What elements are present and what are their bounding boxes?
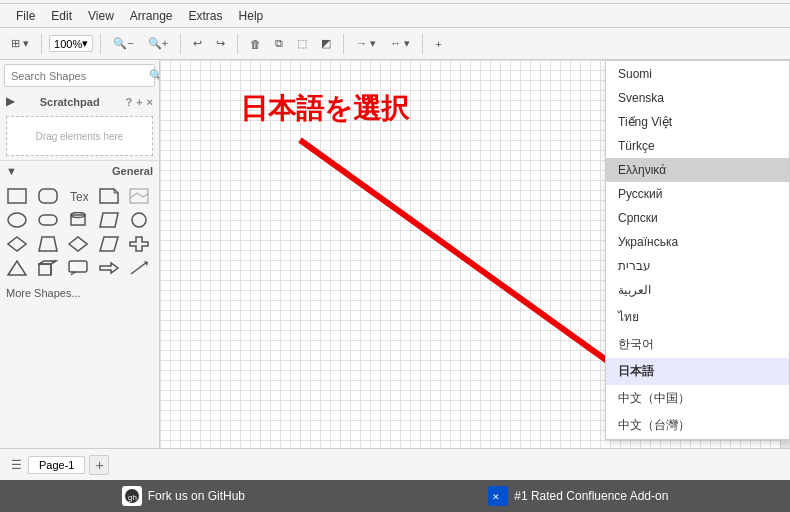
github-link[interactable]: gh Fork us on GitHub	[122, 486, 245, 506]
help-icon[interactable]: ?	[125, 96, 132, 108]
lang-item-zh-cn[interactable]: 中文（中国）	[606, 385, 789, 412]
svg-marker-21	[8, 261, 26, 275]
shape-skew-rect[interactable]	[96, 233, 122, 255]
shape-arrow[interactable]	[96, 257, 122, 279]
jp-annotation: 日本語を選択	[240, 90, 409, 128]
arrow-right-btn[interactable]: → ▾	[351, 34, 381, 53]
lang-item-japanese[interactable]: 日本語	[606, 358, 789, 385]
zoom-out-btn[interactable]: 🔍−	[108, 34, 138, 53]
menu-item-file[interactable]: File	[8, 7, 43, 25]
menu-item-arrange[interactable]: Arrange	[122, 7, 181, 25]
separator-4	[237, 34, 238, 54]
scratchpad-dropzone: Drag elements here	[6, 116, 153, 156]
language-dropdown[interactable]: MagyarNederlandsNorskPolskiPortuguês (Br…	[605, 60, 790, 440]
search-shapes-box[interactable]: 🔍	[4, 64, 155, 87]
search-icon: 🔍	[149, 69, 160, 82]
lang-item-korean[interactable]: 한국어	[606, 331, 789, 358]
delete-btn[interactable]: 🗑	[245, 35, 266, 53]
lang-item-turkce[interactable]: Türkçe	[606, 134, 789, 158]
page-controls: ☰ Page-1 +	[8, 455, 782, 475]
shape-note[interactable]	[96, 185, 122, 207]
svg-marker-28	[100, 263, 118, 273]
waypoint-btn[interactable]: ↔ ▾	[385, 34, 415, 53]
bottom-bar: ☰ Page-1 +	[0, 448, 790, 480]
svg-rect-22	[39, 264, 51, 275]
svg-point-10	[8, 213, 26, 227]
sidebar: 🔍 ▶ Scratchpad ? + × Drag elements here …	[0, 60, 160, 448]
lang-item-thai[interactable]: ไทย	[606, 302, 789, 331]
copy-btn[interactable]: ⧉	[270, 34, 288, 53]
shape-3d-box[interactable]	[35, 257, 61, 279]
confluence-link[interactable]: ✕ #1 Rated Confluence Add-on	[488, 486, 668, 506]
separator-5	[343, 34, 344, 54]
shape-stadium[interactable]	[35, 209, 61, 231]
shape-rounded-rect[interactable]	[35, 185, 61, 207]
zoom-in-btn[interactable]: 🔍+	[143, 34, 173, 53]
drag-hint-text: Drag elements here	[36, 131, 124, 142]
svg-point-15	[132, 213, 146, 227]
separator-6	[422, 34, 423, 54]
menu-item-help[interactable]: Help	[231, 7, 272, 25]
general-label: General	[112, 165, 153, 177]
shape-trapezoid[interactable]	[35, 233, 61, 255]
scratchpad-header[interactable]: ▶ Scratchpad ? + ×	[0, 91, 159, 112]
shape-image-placeholder[interactable]	[126, 185, 152, 207]
triangle-icon: ▶	[6, 95, 14, 108]
canvas-area[interactable]: 日本語を選択 MagyarNederlandsNorskPolskiPortug…	[160, 60, 790, 448]
lang-item-ellinika[interactable]: Ελληνικά	[606, 158, 789, 182]
page-menu-btn[interactable]: ☰	[8, 457, 24, 473]
menu-item-view[interactable]: View	[80, 7, 122, 25]
scratchpad-label: Scratchpad	[40, 96, 100, 108]
shape-parallelogram[interactable]	[96, 209, 122, 231]
svg-marker-20	[130, 237, 148, 251]
lang-item-suomi[interactable]: Suomi	[606, 62, 789, 86]
confluence-label: #1 Rated Confluence Add-on	[514, 489, 668, 503]
fill-color-btn[interactable]: ◩	[316, 34, 336, 53]
red-arrow-indicator	[280, 120, 660, 400]
more-shapes-link[interactable]: More Shapes...	[0, 283, 159, 303]
shape-cross[interactable]	[126, 233, 152, 255]
lang-item-ukr[interactable]: Українська	[606, 230, 789, 254]
lang-item-russian[interactable]: Русский	[606, 182, 789, 206]
lang-item-hebrew[interactable]: עברית	[606, 254, 789, 278]
shape-rhombus[interactable]	[65, 233, 91, 255]
svg-line-32	[300, 140, 620, 370]
lang-item-tiengviet[interactable]: Tiếng Việt	[606, 110, 789, 134]
page-add-btn[interactable]: +	[89, 455, 109, 475]
redo-btn[interactable]: ↪	[211, 34, 230, 53]
shape-ellipse[interactable]	[4, 209, 30, 231]
page-tab[interactable]: Page-1	[28, 456, 85, 474]
shape-cylinder[interactable]	[65, 209, 91, 231]
svg-text:Text: Text	[70, 190, 88, 204]
shape-triangle[interactable]	[4, 257, 30, 279]
svg-rect-11	[39, 215, 57, 225]
github-label: Fork us on GitHub	[148, 489, 245, 503]
menu-item-edit[interactable]: Edit	[43, 7, 80, 25]
shape-text[interactable]: Text	[65, 185, 91, 207]
shape-circle[interactable]	[126, 209, 152, 231]
add-scratchpad-icon[interactable]: +	[136, 96, 142, 108]
scratchpad-section: ▶ Scratchpad ? + × Drag elements here	[0, 91, 159, 161]
zoom-control[interactable]: 100% ▾	[49, 35, 93, 52]
lang-item-srpski[interactable]: Српски	[606, 206, 789, 230]
shapes-grid: Text	[0, 181, 159, 283]
add-btn[interactable]: +	[430, 35, 446, 53]
footer: gh Fork us on GitHub ✕ #1 Rated Confluen…	[0, 480, 790, 512]
lang-item-arabic[interactable]: العربية	[606, 278, 789, 302]
format-btn[interactable]: ⬚	[292, 34, 312, 53]
svg-marker-19	[100, 237, 118, 251]
undo-btn[interactable]: ↩	[188, 34, 207, 53]
page-view-btn[interactable]: ⊞ ▾	[6, 34, 34, 53]
shape-rectangle[interactable]	[4, 185, 30, 207]
separator-2	[100, 34, 101, 54]
more-shapes-text: More Shapes...	[6, 287, 81, 299]
menu-item-extras[interactable]: Extras	[181, 7, 231, 25]
lang-item-svenska[interactable]: Svenska	[606, 86, 789, 110]
search-input[interactable]	[11, 70, 149, 82]
general-header[interactable]: ▼ General	[0, 161, 159, 181]
shape-diamond[interactable]	[4, 233, 30, 255]
lang-item-zh-tw[interactable]: 中文（台灣）	[606, 412, 789, 439]
close-scratchpad-icon[interactable]: ×	[147, 96, 153, 108]
shape-connector[interactable]	[126, 257, 152, 279]
shape-callout[interactable]	[65, 257, 91, 279]
